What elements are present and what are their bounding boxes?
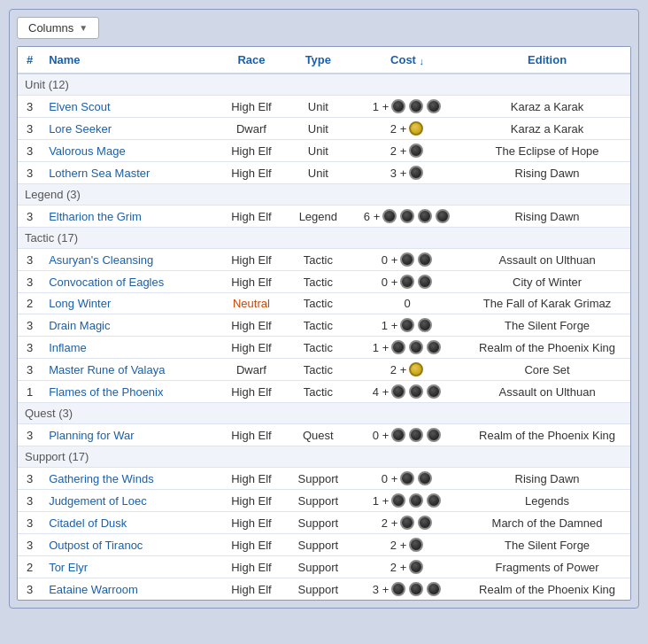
row-type: Unit xyxy=(286,140,351,162)
dark-coin-icon xyxy=(409,384,423,399)
row-race: High Elf xyxy=(217,490,285,512)
dark-coin-icon xyxy=(382,209,397,223)
cost-cell: 0 + xyxy=(351,271,464,293)
card-name-link[interactable]: Planning for War xyxy=(49,429,134,442)
col-header-race[interactable]: Race xyxy=(217,47,285,74)
gold-coin-icon xyxy=(409,121,423,136)
col-header-cost[interactable]: Cost ↓ xyxy=(351,47,464,74)
table-row: 3Outpost of TiranocHigh ElfSupport2 +The… xyxy=(18,534,630,556)
row-race: High Elf xyxy=(217,162,285,184)
dark-coin-icon xyxy=(409,340,423,354)
row-edition: Legends xyxy=(464,490,630,512)
cost-base-text: 2 + xyxy=(382,516,397,530)
group-header-row: Support (17) xyxy=(18,446,630,468)
row-name-cell: Long Winter xyxy=(42,293,217,314)
cost-cell: 3 + xyxy=(351,578,464,601)
card-name-link[interactable]: Valorous Mage xyxy=(49,144,125,158)
row-edition: The Silent Forge xyxy=(464,534,630,556)
row-name-cell: Convocation of Eagles xyxy=(42,271,217,293)
dark-coin-icon xyxy=(418,252,432,267)
dropdown-arrow-icon: ▼ xyxy=(79,23,88,33)
row-num: 3 xyxy=(18,118,42,140)
row-name-cell: Eataine Warroom xyxy=(42,578,217,601)
table-row: 3Asuryan's CleansingHigh ElfTactic0 +Ass… xyxy=(18,249,630,271)
row-race: High Elf xyxy=(217,314,285,337)
card-name-link[interactable]: Eltharion the Grim xyxy=(49,210,142,223)
cost-base-text: 3 + xyxy=(390,167,406,180)
table-row: 3Valorous MageHigh ElfUnit2 +The Eclipse… xyxy=(18,140,630,162)
card-name-link[interactable]: Eataine Warroom xyxy=(49,583,138,596)
row-type: Legend xyxy=(286,206,351,228)
card-name-link[interactable]: Asuryan's Cleansing xyxy=(49,253,153,267)
dark-coin-icon xyxy=(409,582,423,596)
dark-coin-icon xyxy=(427,493,441,508)
table-row: 3Planning for WarHigh ElfQuest0 +Realm o… xyxy=(18,424,630,446)
card-name-link[interactable]: Inflame xyxy=(49,341,87,354)
row-type: Support xyxy=(286,578,351,601)
columns-label: Columns xyxy=(28,21,73,35)
row-type: Support xyxy=(286,556,351,578)
row-name-cell: Drain Magic xyxy=(42,314,217,337)
dark-coin-icon xyxy=(409,493,423,508)
row-type: Unit xyxy=(286,118,351,140)
row-race: High Elf xyxy=(217,512,285,534)
card-name-link[interactable]: Drain Magic xyxy=(49,319,110,332)
card-name-link[interactable]: Convocation of Eagles xyxy=(49,275,164,289)
table-row: 3Gathering the WindsHigh ElfSupport0 +Ri… xyxy=(18,468,630,490)
row-num: 3 xyxy=(18,578,42,601)
row-edition: Fragments of Power xyxy=(464,556,630,578)
cost-base-text: 1 + xyxy=(373,341,389,354)
cost-base-text: 1 + xyxy=(373,100,389,113)
dark-coin-icon xyxy=(400,209,414,223)
dark-coin-icon xyxy=(427,428,441,442)
card-name-link[interactable]: Elven Scout xyxy=(49,100,110,113)
row-race: High Elf xyxy=(217,468,285,490)
col-header-edition[interactable]: Edition xyxy=(464,47,630,74)
card-name-link[interactable]: Lothern Sea Master xyxy=(49,167,150,180)
card-name-link[interactable]: Judgement of Loec xyxy=(49,494,147,508)
cost-cell: 2 + xyxy=(351,140,464,162)
cost-base-text: 2 + xyxy=(390,363,406,376)
card-name-link[interactable]: Gathering the Winds xyxy=(49,472,154,485)
dark-coin-icon xyxy=(409,538,423,552)
group-header-row: Legend (3) xyxy=(18,184,630,206)
row-name-cell: Flames of the Phoenix xyxy=(42,381,217,403)
table-header-row: # Name Race Type Cost ↓ Edition xyxy=(18,47,630,74)
row-type: Quest xyxy=(286,424,351,446)
row-name-cell: Planning for War xyxy=(42,424,217,446)
row-race: High Elf xyxy=(217,96,285,118)
col-header-num: # xyxy=(18,47,42,74)
table-row: 3Judgement of LoecHigh ElfSupport1 +Lege… xyxy=(18,490,630,512)
card-name-link[interactable]: Long Winter xyxy=(49,297,111,310)
table-row: 3Lore SeekerDwarfUnit2 +Karaz a Karak xyxy=(18,118,630,140)
col-header-type[interactable]: Type xyxy=(286,47,351,74)
card-name-link[interactable]: Lore Seeker xyxy=(49,122,112,136)
cost-base-text: 1 + xyxy=(382,319,397,332)
row-type: Tactic xyxy=(286,293,351,314)
cost-cell: 6 + xyxy=(351,206,464,228)
cost-cell: 2 + xyxy=(351,534,464,556)
row-name-cell: Outpost of Tiranoc xyxy=(42,534,217,556)
row-type: Support xyxy=(286,534,351,556)
row-type: Support xyxy=(286,512,351,534)
cost-cell: 3 + xyxy=(351,162,464,184)
row-race: High Elf xyxy=(217,556,285,578)
dark-coin-icon xyxy=(427,340,441,354)
columns-button[interactable]: Columns ▼ xyxy=(17,17,99,39)
card-name-link[interactable]: Citadel of Dusk xyxy=(49,516,127,530)
card-name-link[interactable]: Master Rune of Valaya xyxy=(49,363,165,376)
card-name-link[interactable]: Tor Elyr xyxy=(49,561,88,574)
card-name-link[interactable]: Outpost of Tiranoc xyxy=(49,539,143,552)
row-num: 3 xyxy=(18,162,42,184)
group-header-row: Unit (12) xyxy=(18,74,630,96)
row-num: 1 xyxy=(18,381,42,403)
cost-base-text: 2 + xyxy=(390,122,406,136)
row-edition: The Silent Forge xyxy=(464,314,630,337)
row-num: 2 xyxy=(18,293,42,314)
card-name-link[interactable]: Flames of the Phoenix xyxy=(49,385,163,399)
row-type: Support xyxy=(286,468,351,490)
dark-coin-icon xyxy=(409,144,423,158)
table-row: 3Lothern Sea MasterHigh ElfUnit3 +Rising… xyxy=(18,162,630,184)
col-header-name[interactable]: Name xyxy=(42,47,217,74)
dark-coin-icon xyxy=(391,493,405,508)
